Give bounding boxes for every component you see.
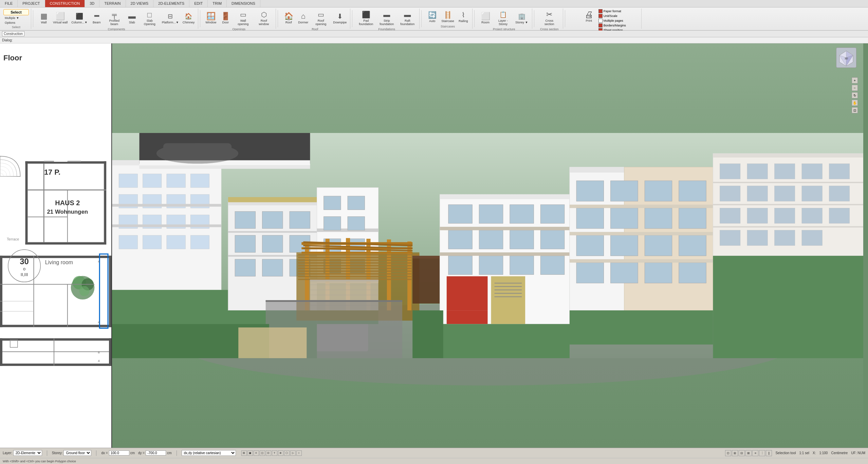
tab-project[interactable]: PROJECT [18,0,45,7]
fit-button[interactable]: ⊡ [852,107,858,113]
room-icon: ⬜ [481,12,490,21]
hint-text: With <Shift> and <Ctrl> you can begin Po… [3,460,76,463]
status-icon-1[interactable]: ⊞ [241,450,247,456]
svg-text:30: 30 [20,257,29,266]
profiled-beam-button[interactable]: ╤ Profiled beam [105,9,124,27]
wall-button[interactable]: ▦ Wall [37,11,51,25]
status-icon-3[interactable]: ≡ [254,450,259,456]
unit-scale-item[interactable]: Unit/Scale [598,14,626,18]
room-button[interactable]: ⬜ Room [479,11,492,25]
svg-rect-14 [0,256,111,258]
multiple-pages-item[interactable]: Multiple pages [598,19,626,23]
beam-button[interactable]: ━ Beam [90,11,104,25]
dx-status: dx = cm [101,450,135,456]
unit-scale-checkbox[interactable] [598,14,603,18]
virtual-wall-button[interactable]: ⬜ Virtual wall [52,11,69,25]
mode-btn-7[interactable]: ∥ [766,450,772,456]
platform-button[interactable]: ⊟ Platform...▼ [161,11,180,25]
mode-btn-5[interactable]: ≡ [752,450,758,456]
slab-button[interactable]: ▬ Slab [125,11,139,25]
borders-margins-item[interactable]: Borders/Margins [598,23,626,27]
options-select[interactable]: Options [3,21,17,25]
mode-btn-2[interactable]: ⊞ [732,450,738,456]
status-icon-10[interactable]: I [296,450,302,456]
paper-format-checkbox[interactable] [598,9,603,13]
dormer-button[interactable]: ⌂ Dormer [296,11,310,25]
multiple-pages-checkbox[interactable] [598,19,603,23]
zoom-out-button[interactable]: − [852,85,858,91]
railing-button[interactable]: ⌇ Railing [457,9,470,24]
status-icon-4[interactable]: ◫ [260,450,265,456]
multiple-select[interactable]: Multiple ▼ [3,16,20,20]
svg-rect-177 [570,232,713,235]
tab-2d-elements[interactable]: 2D-ELEMENTS [153,0,189,7]
dx-input[interactable] [109,450,129,456]
select-button[interactable]: Select [3,9,29,15]
raft-foundation-button[interactable]: ▬ Raft foundation [398,9,417,27]
dy-input[interactable] [146,450,166,456]
auto-button[interactable]: 🔄 Auto [425,9,439,24]
cross-section-button[interactable]: ✂ Cross section [539,9,559,27]
uf-label: UF: NUM [851,451,865,455]
status-icon-8[interactable]: ⬡ [284,450,290,456]
layer-dropdown[interactable]: 2D-Elemente [13,450,42,456]
status-icon-2[interactable]: ▣ [247,450,253,456]
wall-opening-button[interactable]: ▭ Wall opening [233,9,253,27]
pad-foundation-button[interactable]: ⬛ Pad foundation [356,9,376,27]
chimney-button[interactable]: 🏠 Chimney [181,11,196,25]
svg-text:HAUS 2: HAUS 2 [55,199,80,207]
paper-format-item[interactable]: Paper format [598,9,626,13]
mode-btn-4[interactable]: ⊠ [745,450,752,456]
tab-edit[interactable]: EDIT [189,0,208,7]
status-bar: Layer: 2D-Elemente Storey: Ground floor … [0,448,868,458]
navigation-cube[interactable]: 3D [836,47,856,68]
select-group: Select Multiple ▼ Options Select [1,8,31,29]
construction-toolbar-item[interactable]: Construction [2,31,24,36]
tab-construction[interactable]: CONSTRUCTION [45,0,85,7]
mode-dropdown[interactable]: dx,dy (relative cartesian) [182,450,236,456]
paper-format-label: Paper format [604,9,621,13]
tab-dimensions[interactable]: DIMENSIONS [227,0,260,7]
dx-label: dx = [101,451,108,455]
column-button[interactable]: ⬛ Column...▼ [70,11,89,25]
svg-rect-188 [720,186,740,201]
tab-file[interactable]: FILE [0,0,18,7]
svg-rect-163 [679,181,706,201]
status-icon-5[interactable]: ⊡ [266,450,271,456]
tab-3d[interactable]: 3D [85,0,99,7]
status-sep-2 [96,450,96,456]
door-button[interactable]: 🚪 Door [219,11,232,25]
svg-rect-117 [298,265,419,266]
roof-button[interactable]: 🏠 Roof [282,11,295,25]
layer-button[interactable]: 📋 Layer - Storey [493,9,513,27]
roof-window-button[interactable]: ⬡ Roof window [254,9,274,27]
zoom-in-button[interactable]: + [852,77,858,83]
strip-foundation-button[interactable]: ▬ Strip foundation [377,9,396,27]
status-icon-9[interactable]: ▷ [290,450,296,456]
pan-button[interactable]: ✋ [852,100,858,106]
window-label: Window [205,21,216,24]
staircase-button[interactable]: 🪜 Staircase [440,9,456,24]
svg-text:3D: 3D [845,57,848,60]
window-button[interactable]: 🪟 Window [204,11,218,25]
tab-trim[interactable]: TRIM [208,0,227,7]
status-icon-6[interactable]: T [272,450,277,456]
tab-2d-views[interactable]: 2D VIEWS [126,0,154,7]
roof-opening-button[interactable]: ▭ Roof opening [311,9,331,27]
print-button[interactable]: 🖨 Print [582,9,596,23]
downpipe-button[interactable]: ⬇ Downpipe [332,11,348,25]
layer-status: Layer: 2D-Elemente [3,450,42,456]
storey-button[interactable]: 🏢 Storey ▼ [514,11,529,25]
svg-rect-197 [829,208,849,223]
slab-opening-button[interactable]: ◻ Slab Opening [140,9,160,27]
rotate-button[interactable]: ↻ [852,92,858,98]
storey-dropdown[interactable]: Ground floor [63,450,91,456]
tab-terrain[interactable]: TERRAIN [99,0,126,7]
status-icon-7[interactable]: ⊕ [278,450,283,456]
mode-btn-3[interactable]: ⊟ [739,450,745,456]
print-icon: 🖨 [584,10,594,19]
svg-text:4: 4 [98,320,100,324]
mode-btn-6[interactable]: ⋮ [759,450,765,456]
mode-btn-1[interactable]: ⊡ [725,450,731,456]
borders-margins-checkbox[interactable] [598,23,603,27]
